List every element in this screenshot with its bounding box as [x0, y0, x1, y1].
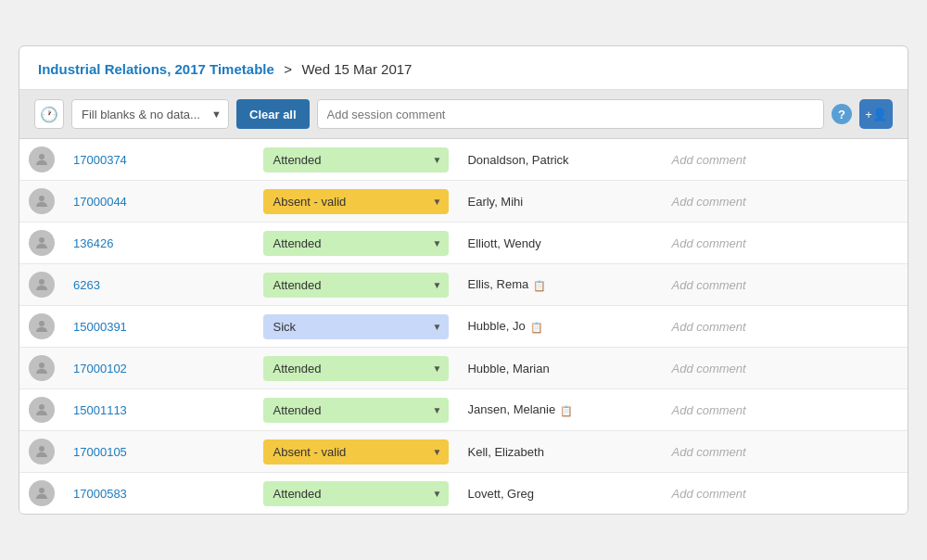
svg-point-2 — [39, 237, 44, 243]
svg-point-6 — [39, 404, 44, 410]
avatar — [29, 272, 55, 298]
svg-point-1 — [39, 196, 44, 201]
note-icon: 📋 — [527, 322, 543, 333]
student-name: Ellis, Rema 📋 — [458, 264, 662, 306]
session-comment-input[interactable] — [317, 99, 824, 129]
student-name: Elliott, Wendy — [458, 223, 662, 264]
status-select[interactable]: AttendedAbsent - validSickLateAbsent - i… — [263, 314, 449, 339]
avatar — [29, 313, 55, 339]
student-id-link[interactable]: 17000105 — [73, 445, 127, 459]
table-row: 17000105AttendedAbsent - validSickLateAb… — [19, 431, 908, 473]
svg-point-8 — [39, 488, 44, 493]
student-name: Early, Mihi — [458, 181, 662, 223]
student-id-link[interactable]: 15001113 — [73, 403, 127, 417]
comment-placeholder[interactable]: Add comment — [662, 139, 908, 181]
status-select[interactable]: AttendedAbsent - validSickLateAbsent - i… — [263, 189, 449, 214]
comment-placeholder[interactable]: Add comment — [662, 473, 908, 515]
student-name: Jansen, Melanie 📋 — [458, 389, 662, 431]
breadcrumb: Industrial Relations, 2017 Timetable > W… — [19, 46, 908, 90]
status-select[interactable]: AttendedAbsent - validSickLateAbsent - i… — [263, 398, 449, 423]
student-id-link[interactable]: 17000102 — [73, 362, 127, 375]
comment-placeholder[interactable]: Add comment — [662, 223, 908, 264]
clear-all-button[interactable]: Clear all — [236, 99, 310, 129]
note-icon: 📋 — [557, 405, 573, 416]
comment-placeholder[interactable]: Add comment — [662, 181, 908, 223]
add-user-button[interactable]: +👤 — [859, 99, 893, 129]
student-id-link[interactable]: 17000374 — [73, 153, 127, 167]
student-name: Donaldson, Patrick — [458, 139, 662, 181]
table-row: 15001113AttendedAbsent - validSickLateAb… — [19, 389, 908, 431]
comment-placeholder[interactable]: Add comment — [662, 389, 908, 431]
fill-blanks-select-wrap: Fill blanks & no data... Fill all blanks… — [71, 99, 229, 129]
comment-placeholder[interactable]: Add comment — [662, 431, 908, 473]
student-name: Hubble, Marian — [458, 348, 662, 389]
svg-point-4 — [39, 321, 44, 326]
table-row: 17000583AttendedAbsent - validSickLateAb… — [19, 473, 908, 515]
table-row: 6263AttendedAbsent - validSickLateAbsent… — [19, 264, 908, 306]
main-card: Industrial Relations, 2017 Timetable > W… — [19, 45, 908, 515]
status-select[interactable]: AttendedAbsent - validSickLateAbsent - i… — [263, 481, 449, 506]
status-select[interactable]: AttendedAbsent - validSickLateAbsent - i… — [263, 231, 449, 256]
table-row: 136426AttendedAbsent - validSickLateAbse… — [19, 223, 908, 264]
status-select[interactable]: AttendedAbsent - validSickLateAbsent - i… — [263, 356, 449, 381]
student-id-link[interactable]: 17000044 — [73, 195, 127, 209]
student-table: 17000374AttendedAbsent - validSickLateAb… — [19, 139, 908, 514]
status-select[interactable]: AttendedAbsent - validSickLateAbsent - i… — [263, 147, 449, 172]
student-name: Hubble, Jo 📋 — [458, 306, 662, 348]
avatar — [29, 397, 55, 423]
clock-button[interactable]: 🕐 — [34, 99, 64, 129]
avatar — [29, 188, 55, 214]
comment-placeholder[interactable]: Add comment — [662, 306, 908, 348]
table-row: 15000391AttendedAbsent - validSickLateAb… — [19, 306, 908, 348]
fill-blanks-select[interactable]: Fill blanks & no data... Fill all blanks… — [71, 99, 229, 129]
help-button[interactable]: ? — [832, 104, 852, 124]
status-select[interactable]: AttendedAbsent - validSickLateAbsent - i… — [263, 439, 449, 465]
student-name: Lovett, Greg — [458, 473, 662, 515]
comment-placeholder[interactable]: Add comment — [662, 264, 908, 306]
student-id-link[interactable]: 17000583 — [73, 487, 127, 501]
svg-point-7 — [39, 446, 44, 452]
toolbar: 🕐 Fill blanks & no data... Fill all blan… — [19, 90, 908, 139]
table-row: 17000102AttendedAbsent - validSickLateAb… — [19, 348, 908, 389]
student-id-link[interactable]: 136426 — [73, 236, 113, 250]
avatar — [29, 230, 55, 256]
avatar — [29, 146, 55, 172]
avatar — [29, 480, 55, 506]
breadcrumb-link[interactable]: Industrial Relations, 2017 Timetable — [38, 61, 274, 77]
student-name: Kell, Elizabeth — [458, 431, 662, 473]
avatar — [29, 355, 55, 381]
comment-placeholder[interactable]: Add comment — [662, 348, 908, 389]
avatar — [29, 439, 55, 465]
svg-point-0 — [39, 154, 44, 159]
table-row: 17000044AttendedAbsent - validSickLateAb… — [19, 181, 908, 223]
status-select[interactable]: AttendedAbsent - validSickLateAbsent - i… — [263, 273, 449, 298]
breadcrumb-current: Wed 15 Mar 2017 — [301, 61, 412, 77]
table-row: 17000374AttendedAbsent - validSickLateAb… — [19, 139, 908, 181]
student-id-link[interactable]: 6263 — [73, 278, 100, 292]
breadcrumb-separator: > — [284, 61, 292, 77]
add-user-icon: +👤 — [865, 108, 887, 121]
svg-point-5 — [39, 363, 44, 368]
student-id-link[interactable]: 15000391 — [73, 320, 127, 334]
svg-point-3 — [39, 279, 44, 285]
note-icon: 📋 — [530, 280, 546, 291]
